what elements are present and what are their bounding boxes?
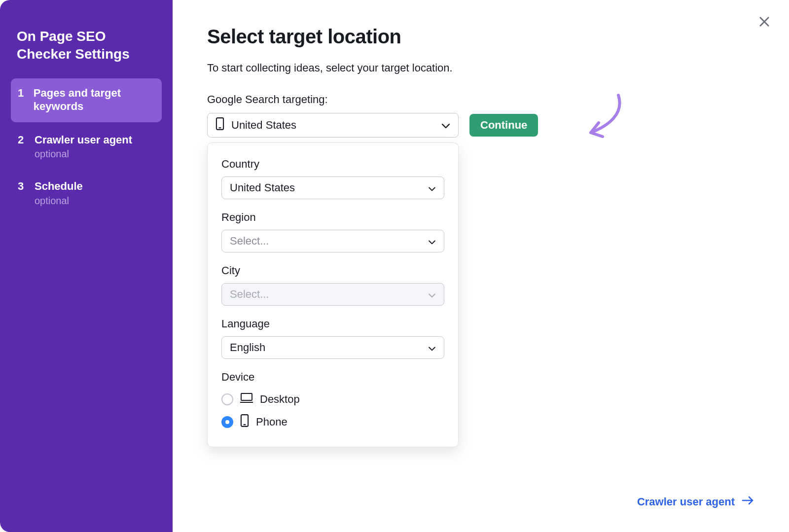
city-label: City [221,264,444,277]
arrow-right-icon [742,496,754,508]
device-desktop-radio[interactable]: Desktop [221,392,444,406]
sidebar-step-crawler-agent[interactable]: 2 Crawler user agent optional [11,125,162,169]
country-label: Country [221,158,444,171]
svg-rect-4 [241,393,252,400]
wizard-sidebar: On Page SEO Checker Settings 1 Pages and… [0,0,173,532]
step-labels: Pages and target keywords [34,86,155,113]
device-phone-label: Phone [256,416,287,428]
intro-text: To start collecting ideas, select your t… [207,62,754,74]
chevron-down-icon [428,341,436,354]
device-desktop-label: Desktop [260,393,300,406]
sidebar-title: On Page SEO Checker Settings [11,28,162,78]
dialog-frame: On Page SEO Checker Settings 1 Pages and… [0,0,789,532]
chevron-down-icon [428,235,436,248]
sidebar-step-pages-keywords[interactable]: 1 Pages and target keywords [11,78,162,122]
step-number: 2 [18,133,26,147]
step-label: Crawler user agent [35,133,132,147]
targeting-label: Google Search targeting: [207,93,754,106]
target-location-popover: Country United States Region Select... [207,142,459,447]
chevron-down-icon [428,181,436,194]
main-panel: Select target location To start collecti… [173,0,789,532]
device-group: Device Desktop [221,371,444,430]
region-group: Region Select... [221,211,444,252]
device-options: Desktop Phone [221,390,444,430]
device-phone-radio[interactable]: Phone [221,414,444,430]
region-placeholder: Select... [230,235,269,248]
next-step-link[interactable]: Crawler user agent [637,496,754,508]
page-title: Select target location [207,26,754,48]
language-label: Language [221,318,444,330]
region-select[interactable]: Select... [221,230,444,252]
language-select[interactable]: English [221,336,444,359]
radio-unchecked-icon [221,393,233,405]
city-select: Select... [221,283,444,306]
country-group: Country United States [221,158,444,199]
step-labels: Schedule optional [35,179,83,207]
language-group: Language English [221,318,444,359]
country-value: United States [230,181,295,194]
sidebar-step-schedule[interactable]: 3 Schedule optional [11,172,162,215]
next-step-label: Crawler user agent [637,496,735,508]
city-placeholder: Select... [230,288,269,301]
targeting-row: United States Continue Country Unit [207,113,754,138]
continue-button[interactable]: Continue [469,114,538,137]
step-hint: optional [35,195,83,207]
phone-icon [215,117,224,133]
step-label: Pages and target keywords [34,86,155,113]
close-icon [757,15,771,29]
radio-checked-icon [221,416,233,428]
phone-icon [240,414,249,430]
step-number: 3 [18,179,26,193]
device-label: Device [221,371,444,384]
step-label: Schedule [35,179,83,193]
city-group: City Select... [221,264,444,306]
desktop-icon [240,392,253,406]
region-label: Region [221,211,444,224]
chevron-down-icon [428,288,436,301]
targeting-value: United States [231,119,296,132]
chevron-down-icon [441,119,450,132]
step-labels: Crawler user agent optional [35,133,132,160]
step-number: 1 [18,86,25,100]
targeting-select[interactable]: United States [207,113,459,138]
country-select[interactable]: United States [221,177,444,199]
step-hint: optional [35,148,132,160]
language-value: English [230,341,265,354]
close-button[interactable] [753,11,775,33]
